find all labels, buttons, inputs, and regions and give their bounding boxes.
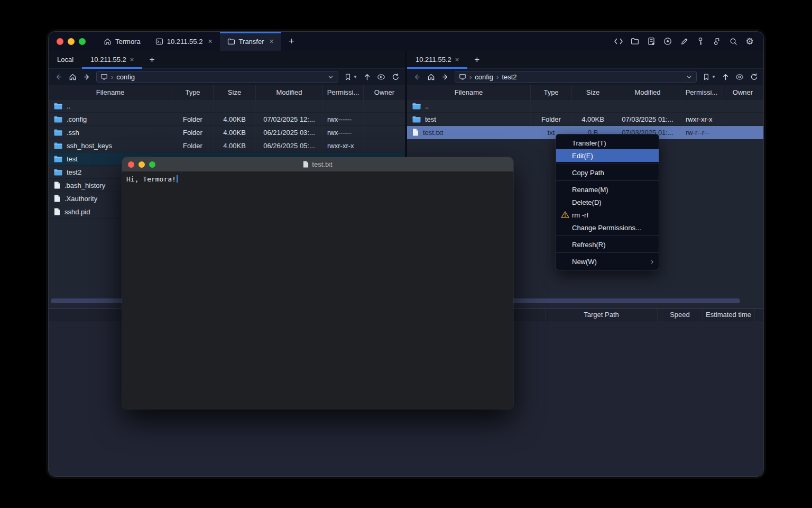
window-tabs: Termora 10.211.55.2 × Transfer × + <box>96 32 302 51</box>
key-icon[interactable] <box>694 35 707 48</box>
tab-label: Termora <box>115 38 141 46</box>
bookmark-icon[interactable] <box>343 72 353 81</box>
chevron-down-icon[interactable] <box>327 74 334 80</box>
upload-icon[interactable] <box>721 72 730 81</box>
editor-content[interactable]: Hi, Termora! <box>122 171 513 409</box>
log-icon[interactable] <box>645 35 658 48</box>
col-size[interactable]: Size <box>571 85 614 99</box>
refresh-icon[interactable] <box>749 72 759 81</box>
col-modified[interactable]: Modified <box>614 85 681 99</box>
col-permissions[interactable]: Permissi... <box>322 85 363 99</box>
menu-item-copy-path[interactable]: Copy Path <box>556 166 659 179</box>
folder-icon <box>54 156 62 162</box>
right-toolbar-actions: ▼ <box>702 72 759 81</box>
breadcrumb-segment[interactable]: config <box>116 73 135 81</box>
close-tab-icon[interactable]: × <box>455 56 459 64</box>
forward-icon[interactable] <box>440 72 450 81</box>
close-tab-icon[interactable]: × <box>270 37 274 46</box>
menu-item-refresh[interactable]: Refresh(R) <box>556 238 659 251</box>
minimize-window-button[interactable] <box>139 161 145 168</box>
path-bar[interactable]: › config <box>96 71 338 83</box>
table-row[interactable]: test Folder4.00KB07/03/2025 01:...rwxr-x… <box>407 113 763 126</box>
col-filename[interactable]: Filename <box>407 88 530 96</box>
bookmark-caret-icon[interactable]: ▼ <box>353 75 357 79</box>
folder-icon <box>412 116 421 123</box>
path-bar[interactable]: › config › test2 <box>455 71 697 83</box>
pane-tab-remote[interactable]: 10.211.55.2 × <box>82 51 142 68</box>
text-cursor <box>177 175 178 183</box>
tab-transfer[interactable]: Transfer × <box>220 32 281 51</box>
col-size[interactable]: Size <box>213 85 255 99</box>
filename: .Xauthority <box>64 195 97 203</box>
chevron-down-icon[interactable] <box>686 74 693 80</box>
show-hidden-files-icon[interactable] <box>376 72 386 81</box>
pane-tab-remote[interactable]: 10.211.55.2 × <box>407 51 467 68</box>
table-row[interactable]: ssh_host_keys Folder4.00KB06/26/2025 05:… <box>49 139 405 152</box>
folder-icon <box>54 103 62 110</box>
folder-icon <box>54 116 62 123</box>
menu-item-delete[interactable]: Delete(D) <box>556 196 659 208</box>
new-tab-button[interactable]: + <box>281 32 302 51</box>
menu-item-change-permissions[interactable]: Change Permissions... <box>556 221 659 234</box>
minimize-window-button[interactable] <box>68 38 75 45</box>
folder-icon <box>54 129 62 136</box>
pane-tab-local[interactable]: Local <box>49 51 82 68</box>
keychain-icon[interactable] <box>710 35 723 48</box>
table-row[interactable]: .config Folder4.00KB07/02/2025 12:...rwx… <box>49 113 405 126</box>
table-row[interactable]: .ssh Folder4.00KB06/21/2025 03:...rwx---… <box>49 126 405 139</box>
menu-item-new[interactable]: New(W) › <box>556 255 659 268</box>
col-modified[interactable]: Modified <box>255 85 322 99</box>
close-tab-icon[interactable]: × <box>208 37 212 46</box>
refresh-icon[interactable] <box>391 72 400 81</box>
show-hidden-files-icon[interactable] <box>735 72 744 81</box>
bookmark-caret-icon[interactable]: ▼ <box>712 75 716 79</box>
col-type[interactable]: Type <box>530 85 571 99</box>
menu-item-edit[interactable]: Edit(E) <box>556 149 659 162</box>
bookmark-icon[interactable] <box>702 72 711 81</box>
filename: test2 <box>67 168 81 176</box>
table-header: Filename Type Size Modified Permissi... … <box>49 85 405 99</box>
close-window-button[interactable] <box>128 161 134 168</box>
menu-separator <box>556 235 659 236</box>
new-pane-tab-button[interactable]: + <box>467 51 486 68</box>
menu-item-rename[interactable]: Rename(M) <box>556 183 659 196</box>
menu-item-rm-rf[interactable]: rm -rf <box>556 208 659 221</box>
menu-item-transfer[interactable]: Transfer(T) <box>556 137 659 149</box>
zoom-window-button[interactable] <box>79 38 86 45</box>
upload-icon[interactable] <box>362 72 372 81</box>
record-macro-icon[interactable] <box>661 35 674 48</box>
folder-icon[interactable] <box>629 35 641 48</box>
col-filename[interactable]: Filename <box>49 88 172 96</box>
col-owner[interactable]: Owner <box>363 85 405 99</box>
home-icon[interactable] <box>426 72 436 81</box>
edit-pencil-icon[interactable] <box>678 35 690 48</box>
forward-icon[interactable] <box>82 72 91 81</box>
pane-tab-label: 10.211.55.2 <box>416 56 451 64</box>
editor-title: test.txt <box>122 157 513 171</box>
col-type[interactable]: Type <box>172 85 213 99</box>
back-icon[interactable] <box>53 72 63 81</box>
folder-icon <box>54 169 62 176</box>
tab-termora-home[interactable]: Termora <box>96 32 148 51</box>
right-file-table: Filename Type Size Modified Permissi... … <box>407 85 763 139</box>
close-tab-icon[interactable]: × <box>130 56 134 64</box>
new-pane-tab-button[interactable]: + <box>142 51 161 68</box>
home-icon[interactable] <box>68 72 77 81</box>
zoom-window-button[interactable] <box>149 161 155 168</box>
table-row[interactable]: .. <box>49 99 405 113</box>
filename: test <box>425 115 436 123</box>
close-window-button[interactable] <box>57 38 63 45</box>
code-snippets-icon[interactable] <box>612 35 625 48</box>
tab-terminal-session[interactable]: 10.211.55.2 × <box>148 32 220 51</box>
col-owner[interactable]: Owner <box>722 85 763 99</box>
search-icon[interactable] <box>727 35 740 48</box>
titlebar: Termora 10.211.55.2 × Transfer × + <box>49 32 763 51</box>
file-icon <box>54 182 60 189</box>
editor-titlebar: test.txt <box>122 157 513 171</box>
breadcrumb-segment[interactable]: test2 <box>502 73 516 81</box>
breadcrumb-segment[interactable]: config <box>475 73 493 81</box>
table-row[interactable]: .. <box>407 99 763 113</box>
col-permissions[interactable]: Permissi... <box>681 85 722 99</box>
settings-gear-icon[interactable]: ⚙ <box>743 35 756 48</box>
back-icon[interactable] <box>412 72 421 81</box>
